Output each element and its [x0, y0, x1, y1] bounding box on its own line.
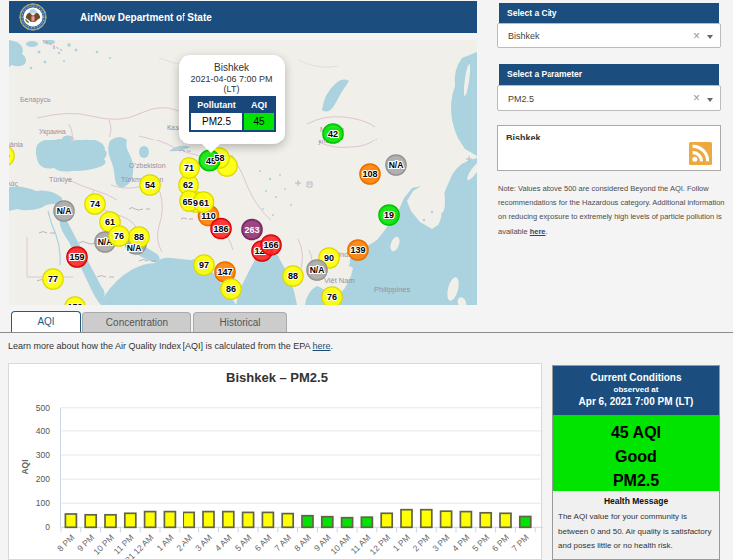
svg-text:3 PM: 3 PM [430, 532, 451, 553]
svg-text:Bishkek – PM2.5: Bishkek – PM2.5 [226, 370, 328, 385]
svg-text:62: 62 [183, 180, 193, 190]
svg-text:8 AM: 8 AM [292, 532, 313, 553]
svg-text:61: 61 [105, 217, 115, 227]
svg-text:7 PM: 7 PM [510, 532, 531, 553]
svg-text:54: 54 [145, 180, 155, 190]
svg-text:România: România [9, 141, 23, 148]
svg-text:5 AM: 5 AM [233, 532, 254, 553]
svg-text:4 PM: 4 PM [450, 532, 471, 553]
svg-text:76: 76 [327, 292, 337, 302]
svg-text:10 PM: 10 PM [91, 532, 115, 556]
svg-text:86: 86 [226, 284, 236, 294]
svg-text:186: 186 [213, 224, 228, 234]
svg-text:Türkiye: Türkiye [49, 176, 72, 184]
svg-text:500: 500 [36, 403, 50, 413]
svg-text:58: 58 [214, 153, 224, 163]
svg-text:Ελλάς: Ελλάς [9, 180, 19, 188]
svg-text:88: 88 [288, 271, 298, 281]
svg-text:Украина: Украина [39, 128, 66, 136]
svg-text:90: 90 [324, 253, 334, 263]
svg-text:7 AM: 7 AM [272, 532, 293, 553]
svg-text:159: 159 [67, 302, 82, 305]
svg-text:12 PM: 12 PM [368, 532, 392, 556]
svg-text:N/A: N/A [57, 206, 72, 216]
svg-text:0: 0 [9, 151, 10, 161]
svg-text:77: 77 [48, 274, 58, 284]
svg-text:N/A: N/A [127, 243, 142, 253]
svg-text:88: 88 [134, 232, 144, 242]
svg-text:74: 74 [90, 199, 100, 209]
svg-text:O’zbekiston: O’zbekiston [129, 162, 166, 169]
svg-text:19: 19 [384, 210, 394, 220]
svg-text:6 AM: 6 AM [253, 532, 274, 553]
svg-text:N/A: N/A [389, 160, 404, 170]
svg-text:10 AM: 10 AM [328, 532, 352, 556]
svg-text:11 AM: 11 AM [349, 532, 373, 556]
svg-text:400: 400 [36, 426, 50, 436]
svg-text:4 AM: 4 AM [213, 532, 234, 553]
svg-text:76: 76 [114, 231, 124, 241]
svg-text:147: 147 [217, 267, 232, 277]
svg-text:3 AM: 3 AM [193, 532, 214, 553]
svg-text:AQI: AQI [20, 459, 30, 474]
svg-text:N/A: N/A [310, 265, 325, 275]
svg-text:159: 159 [69, 252, 84, 262]
svg-text:139: 139 [350, 245, 365, 255]
svg-text:166: 166 [263, 240, 278, 250]
svg-text:1 PM: 1 PM [391, 532, 412, 553]
svg-text:1 AM: 1 AM [155, 532, 176, 553]
svg-text:Беларусь: Беларусь [20, 96, 51, 104]
svg-text:71: 71 [184, 163, 194, 173]
svg-text:263: 263 [244, 225, 259, 235]
svg-text:65: 65 [183, 197, 192, 207]
svg-text:Việt Nam: Việt Nam [324, 276, 355, 285]
svg-text:97: 97 [199, 260, 209, 270]
svg-text:8 PM: 8 PM [55, 532, 76, 553]
svg-text:42: 42 [328, 129, 338, 139]
svg-text:5 PM: 5 PM [470, 532, 491, 553]
svg-text:9: 9 [193, 198, 198, 208]
svg-text:Philippines: Philippines [374, 285, 411, 294]
svg-text:2 PM: 2 PM [411, 532, 432, 553]
svg-text:2 AM: 2 AM [174, 532, 194, 553]
svg-text:0: 0 [45, 522, 50, 532]
svg-text:300: 300 [36, 450, 50, 460]
svg-text:6 PM: 6 PM [490, 532, 511, 553]
svg-text:100: 100 [36, 498, 50, 508]
svg-text:61: 61 [199, 198, 209, 208]
svg-text:200: 200 [36, 474, 50, 484]
svg-text:108: 108 [362, 169, 377, 179]
